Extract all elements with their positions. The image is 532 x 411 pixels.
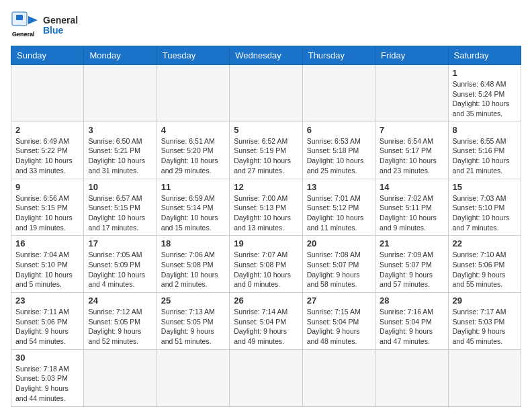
- calendar-cell: [302, 65, 375, 122]
- day-number: 27: [307, 295, 371, 306]
- day-info: Sunrise: 6:50 AM Sunset: 5:21 PM Dayligh…: [88, 136, 152, 176]
- calendar-cell: [375, 65, 448, 122]
- day-number: 11: [161, 182, 225, 192]
- day-info: Sunrise: 6:51 AM Sunset: 5:20 PM Dayligh…: [161, 136, 225, 176]
- weekday-row: SundayMondayTuesdayWednesdayThursdayFrid…: [11, 46, 521, 65]
- day-number: 26: [234, 295, 298, 306]
- calendar-cell: 20Sunrise: 7:08 AM Sunset: 5:07 PM Dayli…: [302, 236, 375, 293]
- calendar-cell: 24Sunrise: 7:12 AM Sunset: 5:05 PM Dayli…: [84, 293, 157, 350]
- day-number: 16: [15, 238, 79, 248]
- day-number: 5: [234, 125, 298, 135]
- day-info: Sunrise: 7:11 AM Sunset: 5:06 PM Dayligh…: [15, 307, 79, 347]
- calendar-cell: 23Sunrise: 7:11 AM Sunset: 5:06 PM Dayli…: [11, 293, 84, 350]
- calendar-header: SundayMondayTuesdayWednesdayThursdayFrid…: [11, 46, 521, 65]
- day-number: 7: [380, 125, 443, 135]
- calendar-cell: 18Sunrise: 7:06 AM Sunset: 5:08 PM Dayli…: [157, 236, 229, 293]
- calendar-cell: 12Sunrise: 7:00 AM Sunset: 5:13 PM Dayli…: [230, 179, 302, 236]
- day-number: 25: [161, 295, 225, 306]
- day-info: Sunrise: 7:09 AM Sunset: 5:07 PM Dayligh…: [380, 250, 443, 289]
- calendar-cell: 7Sunrise: 6:54 AM Sunset: 5:17 PM Daylig…: [375, 122, 448, 179]
- day-info: Sunrise: 6:57 AM Sunset: 5:15 PM Dayligh…: [88, 193, 152, 233]
- header: General General General Blue: [11, 11, 521, 40]
- calendar-cell: 14Sunrise: 7:02 AM Sunset: 5:11 PM Dayli…: [375, 179, 448, 236]
- day-info: Sunrise: 6:49 AM Sunset: 5:22 PM Dayligh…: [15, 136, 79, 176]
- weekday-header-friday: Friday: [375, 46, 448, 65]
- day-number: 21: [380, 238, 443, 248]
- day-info: Sunrise: 7:05 AM Sunset: 5:09 PM Dayligh…: [88, 250, 152, 289]
- day-info: Sunrise: 6:52 AM Sunset: 5:19 PM Dayligh…: [234, 136, 298, 176]
- day-info: Sunrise: 7:01 AM Sunset: 5:12 PM Dayligh…: [307, 193, 371, 233]
- calendar-cell: [157, 65, 229, 122]
- weekday-header-sunday: Sunday: [11, 46, 84, 65]
- weekday-header-monday: Monday: [84, 46, 157, 65]
- calendar-cell: 11Sunrise: 6:59 AM Sunset: 5:14 PM Dayli…: [157, 179, 229, 236]
- weekday-header-thursday: Thursday: [302, 46, 375, 65]
- calendar-week-6: 30Sunrise: 7:18 AM Sunset: 5:03 PM Dayli…: [11, 349, 521, 406]
- calendar-cell: 29Sunrise: 7:17 AM Sunset: 5:03 PM Dayli…: [448, 293, 521, 350]
- day-info: Sunrise: 7:03 AM Sunset: 5:10 PM Dayligh…: [453, 193, 517, 233]
- calendar-cell: 27Sunrise: 7:15 AM Sunset: 5:04 PM Dayli…: [302, 293, 375, 350]
- calendar-cell: 30Sunrise: 7:18 AM Sunset: 5:03 PM Dayli…: [11, 349, 84, 406]
- logo-text-block: General Blue: [43, 15, 78, 36]
- day-info: Sunrise: 7:02 AM Sunset: 5:11 PM Dayligh…: [380, 193, 443, 233]
- day-info: Sunrise: 7:16 AM Sunset: 5:04 PM Dayligh…: [380, 307, 443, 347]
- calendar-cell: 9Sunrise: 6:56 AM Sunset: 5:15 PM Daylig…: [11, 179, 84, 236]
- calendar-cell: 25Sunrise: 7:13 AM Sunset: 5:05 PM Dayli…: [157, 293, 229, 350]
- calendar-cell: 21Sunrise: 7:09 AM Sunset: 5:07 PM Dayli…: [375, 236, 448, 293]
- day-info: Sunrise: 6:54 AM Sunset: 5:17 PM Dayligh…: [380, 136, 443, 176]
- day-info: Sunrise: 7:06 AM Sunset: 5:08 PM Dayligh…: [161, 250, 225, 289]
- calendar-cell: 16Sunrise: 7:04 AM Sunset: 5:10 PM Dayli…: [11, 236, 84, 293]
- day-number: 8: [453, 125, 517, 135]
- calendar-week-3: 9Sunrise: 6:56 AM Sunset: 5:15 PM Daylig…: [11, 179, 521, 236]
- calendar-cell: 28Sunrise: 7:16 AM Sunset: 5:04 PM Dayli…: [375, 293, 448, 350]
- day-info: Sunrise: 7:08 AM Sunset: 5:07 PM Dayligh…: [307, 250, 371, 289]
- day-number: 1: [453, 68, 517, 78]
- day-number: 13: [307, 182, 371, 192]
- calendar-week-4: 16Sunrise: 7:04 AM Sunset: 5:10 PM Dayli…: [11, 236, 521, 293]
- calendar-cell: 3Sunrise: 6:50 AM Sunset: 5:21 PM Daylig…: [84, 122, 157, 179]
- weekday-header-saturday: Saturday: [448, 46, 521, 65]
- logo-svg: General General: [11, 11, 40, 40]
- calendar-cell: [230, 65, 302, 122]
- day-number: 18: [161, 238, 225, 248]
- day-number: 15: [453, 182, 517, 192]
- calendar-cell: 1Sunrise: 6:48 AM Sunset: 5:24 PM Daylig…: [448, 65, 521, 122]
- calendar: SundayMondayTuesdayWednesdayThursdayFrid…: [11, 46, 521, 407]
- calendar-cell: [302, 349, 375, 406]
- day-info: Sunrise: 6:48 AM Sunset: 5:24 PM Dayligh…: [453, 79, 517, 119]
- calendar-cell: 26Sunrise: 7:14 AM Sunset: 5:04 PM Dayli…: [230, 293, 302, 350]
- day-info: Sunrise: 7:14 AM Sunset: 5:04 PM Dayligh…: [234, 307, 298, 347]
- day-number: 12: [234, 182, 298, 192]
- weekday-header-tuesday: Tuesday: [157, 46, 229, 65]
- svg-rect-1: [16, 15, 23, 20]
- weekday-header-wednesday: Wednesday: [230, 46, 302, 65]
- calendar-cell: 13Sunrise: 7:01 AM Sunset: 5:12 PM Dayli…: [302, 179, 375, 236]
- calendar-cell: [230, 349, 302, 406]
- day-info: Sunrise: 6:56 AM Sunset: 5:15 PM Dayligh…: [15, 193, 79, 233]
- day-number: 24: [88, 295, 152, 306]
- day-number: 22: [453, 238, 517, 248]
- day-info: Sunrise: 7:04 AM Sunset: 5:10 PM Dayligh…: [15, 250, 79, 289]
- day-number: 3: [88, 125, 152, 135]
- day-info: Sunrise: 7:12 AM Sunset: 5:05 PM Dayligh…: [88, 307, 152, 347]
- calendar-cell: 4Sunrise: 6:51 AM Sunset: 5:20 PM Daylig…: [157, 122, 229, 179]
- day-info: Sunrise: 6:59 AM Sunset: 5:14 PM Dayligh…: [161, 193, 225, 233]
- day-info: Sunrise: 7:18 AM Sunset: 5:03 PM Dayligh…: [15, 364, 79, 404]
- calendar-cell: [157, 349, 229, 406]
- day-info: Sunrise: 6:53 AM Sunset: 5:18 PM Dayligh…: [307, 136, 371, 176]
- calendar-cell: 5Sunrise: 6:52 AM Sunset: 5:19 PM Daylig…: [230, 122, 302, 179]
- day-info: Sunrise: 7:13 AM Sunset: 5:05 PM Dayligh…: [161, 307, 225, 347]
- day-info: Sunrise: 7:17 AM Sunset: 5:03 PM Dayligh…: [453, 307, 517, 347]
- day-number: 17: [88, 238, 152, 248]
- calendar-cell: 22Sunrise: 7:10 AM Sunset: 5:06 PM Dayli…: [448, 236, 521, 293]
- day-number: 29: [453, 295, 517, 306]
- calendar-cell: [84, 65, 157, 122]
- calendar-cell: [448, 349, 521, 406]
- day-number: 19: [234, 238, 298, 248]
- calendar-cell: [11, 65, 84, 122]
- calendar-week-2: 2Sunrise: 6:49 AM Sunset: 5:22 PM Daylig…: [11, 122, 521, 179]
- day-number: 2: [15, 125, 79, 135]
- day-number: 30: [15, 353, 79, 363]
- calendar-week-1: 1Sunrise: 6:48 AM Sunset: 5:24 PM Daylig…: [11, 65, 521, 122]
- day-info: Sunrise: 7:07 AM Sunset: 5:08 PM Dayligh…: [234, 250, 298, 289]
